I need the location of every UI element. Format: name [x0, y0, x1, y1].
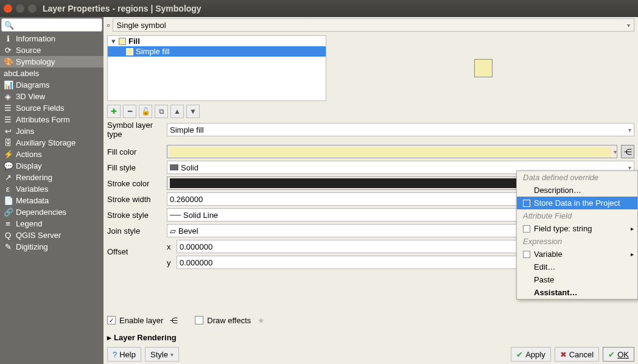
fill-color-button[interactable]: ▾ [167, 145, 617, 158]
sidebar-item-label: Actions [16, 150, 42, 159]
sidebar-item-qgis-server[interactable]: QQGIS Server [0, 229, 103, 241]
sidebar-item-rendering[interactable]: ↗Rendering [0, 172, 103, 183]
sidebar-item-label: Source [16, 46, 41, 55]
help-button[interactable]: ?Help [107, 347, 141, 362]
menu-assistant[interactable]: Assistant… [517, 286, 637, 299]
sidebar-item-source[interactable]: ⟳Source [0, 44, 103, 56]
move-down-button[interactable]: ▼ [186, 105, 200, 118]
layer-rendering-section[interactable]: ▸ Layer Rendering [103, 331, 638, 345]
sidebar-item-legend[interactable]: ≡Legend [0, 218, 103, 229]
sidebar-item-joins[interactable]: ↩Joins [0, 125, 103, 137]
sidebar-item-actions[interactable]: ⚡Actions [0, 149, 103, 160]
chevron-down-icon: ▾ [628, 164, 631, 171]
symbology-icon: 🎨 [4, 57, 12, 66]
renderer-type-combo[interactable]: Single symbol ▾ [113, 18, 634, 32]
labels-icon: abc [4, 69, 12, 78]
3d-view-icon: ◈ [4, 92, 12, 101]
offset-label: Offset [107, 240, 163, 256]
enable-layer-checkbox[interactable]: ✓ [107, 316, 116, 324]
stroke-color-label: Stroke color [107, 179, 163, 188]
sidebar-item-label: Joins [16, 127, 34, 136]
enable-layer-override-button[interactable]: ⋲ [167, 313, 180, 327]
offset-x-label: x [167, 242, 173, 251]
sidebar-item-digitizing[interactable]: ✎Digitizing [0, 241, 103, 253]
search-icon: 🔍 [4, 21, 14, 30]
tree-row-fill[interactable]: ▾ Fill [108, 36, 326, 46]
ok-button[interactable]: ✔OK [603, 347, 634, 362]
offset-x-input[interactable]: 0.000000 ▲▼ [177, 240, 558, 253]
sidebar-item-label: Variables [16, 184, 48, 194]
search-input[interactable]: 🔍 [1, 18, 102, 32]
auxiliary-storage-icon: 🗄 [4, 138, 12, 147]
sidebar-item-auxiliary-storage[interactable]: 🗄Auxiliary Storage [0, 137, 103, 149]
sidebar-item-label: Digitizing [16, 242, 48, 251]
sidebar-item-metadata[interactable]: 📄Metadata [0, 195, 103, 206]
rendering-icon: ↗ [4, 173, 12, 182]
close-icon[interactable] [4, 4, 12, 13]
tree-row-simple-fill[interactable]: Simple fill [108, 46, 326, 57]
sidebar-item-symbology[interactable]: 🎨Symbology [0, 56, 103, 68]
style-button[interactable]: Style▾ [145, 347, 179, 362]
sidebar-item-source-fields[interactable]: ☰Source Fields [0, 102, 103, 114]
bevel-icon: ▱ [170, 226, 176, 236]
menu-header: Expression [517, 235, 637, 248]
sidebar-item-label: Dependencies [16, 208, 66, 217]
apply-button[interactable]: ✔Apply [511, 347, 551, 362]
sidebar-item-diagrams[interactable]: 📊Diagrams [0, 79, 103, 91]
symbol-layer-type-combo[interactable]: Simple fill ▾ [167, 123, 634, 136]
minimize-icon[interactable] [16, 4, 24, 13]
digitizing-icon: ✎ [4, 242, 12, 251]
chevron-down-icon: ▾ [627, 22, 630, 29]
add-layer-button[interactable]: ✚ [107, 105, 121, 118]
menu-field-type[interactable]: Field type: string▸ [517, 222, 637, 235]
sidebar: 🔍 ℹInformation⟳Source🎨SymbologyabcLabels… [0, 17, 103, 364]
maximize-icon[interactable] [28, 4, 37, 13]
sidebar-item-3d-view[interactable]: ◈3D View [0, 91, 103, 102]
symbol-preview [332, 35, 634, 101]
lock-layer-button[interactable]: 🔓 [139, 105, 152, 118]
main-panel: ▫ Single symbol ▾ ▾ Fill Simple fill [103, 17, 638, 364]
duplicate-layer-button[interactable]: ⧉ [155, 105, 168, 118]
menu-paste[interactable]: Paste [517, 273, 637, 286]
offset-y-input[interactable]: 0.000000 ▲▼ [177, 256, 558, 269]
variables-icon: ε [4, 184, 12, 194]
sidebar-item-label: Metadata [16, 196, 49, 205]
symbol-tree[interactable]: ▾ Fill Simple fill [107, 35, 326, 101]
stroke-style-label: Stroke style [107, 211, 163, 220]
data-defined-override-button[interactable]: ⋲ [621, 145, 634, 158]
display-icon: 💬 [4, 161, 12, 170]
sidebar-item-display[interactable]: 💬Display [0, 160, 103, 172]
move-up-button[interactable]: ▲ [170, 105, 184, 118]
source-fields-icon: ☰ [4, 103, 12, 113]
tree-root-label: Fill [128, 37, 140, 46]
sidebar-item-dependencies[interactable]: 🔗Dependencies [0, 206, 103, 218]
preview-swatch [474, 59, 493, 77]
remove-layer-button[interactable]: ━ [123, 105, 136, 118]
sidebar-item-label: 3D View [16, 92, 45, 101]
stroke-width-input[interactable]: 0.260000 ⌫ ▲▼ [167, 192, 558, 206]
menu-store-data[interactable]: Store Data in the Project [517, 197, 637, 209]
effects-button[interactable]: ★ [254, 313, 268, 327]
tree-child-label: Simple fill [136, 47, 170, 56]
sidebar-item-label: Rendering [16, 173, 52, 182]
sidebar-item-labels[interactable]: abcLabels [0, 68, 103, 79]
qgis-server-icon: Q [4, 231, 12, 240]
enable-layer-label: Enable layer [119, 316, 163, 325]
dependencies-icon: 🔗 [4, 208, 12, 217]
collapse-icon[interactable]: ▾ [110, 37, 116, 46]
draw-effects-checkbox[interactable] [195, 316, 203, 324]
sidebar-item-label: Auxiliary Storage [16, 138, 75, 147]
sidebar-item-information[interactable]: ℹInformation [0, 33, 103, 44]
menu-variable[interactable]: Variable▸ [517, 248, 637, 261]
menu-description[interactable]: Description… [517, 184, 637, 197]
draw-effects-label: Draw effects [207, 316, 251, 325]
sidebar-item-attributes-form[interactable]: ☰Attributes Form [0, 114, 103, 125]
sidebar-item-label: Symbology [16, 57, 55, 66]
stroke-width-label: Stroke width [107, 195, 163, 204]
legend-icon: ≡ [4, 219, 12, 228]
menu-edit[interactable]: Edit… [517, 261, 637, 273]
sidebar-item-variables[interactable]: εVariables [0, 183, 103, 195]
diagrams-icon: 📊 [4, 80, 12, 89]
sidebar-item-label: Legend [16, 219, 42, 228]
cancel-button[interactable]: ✖Cancel [555, 347, 599, 362]
